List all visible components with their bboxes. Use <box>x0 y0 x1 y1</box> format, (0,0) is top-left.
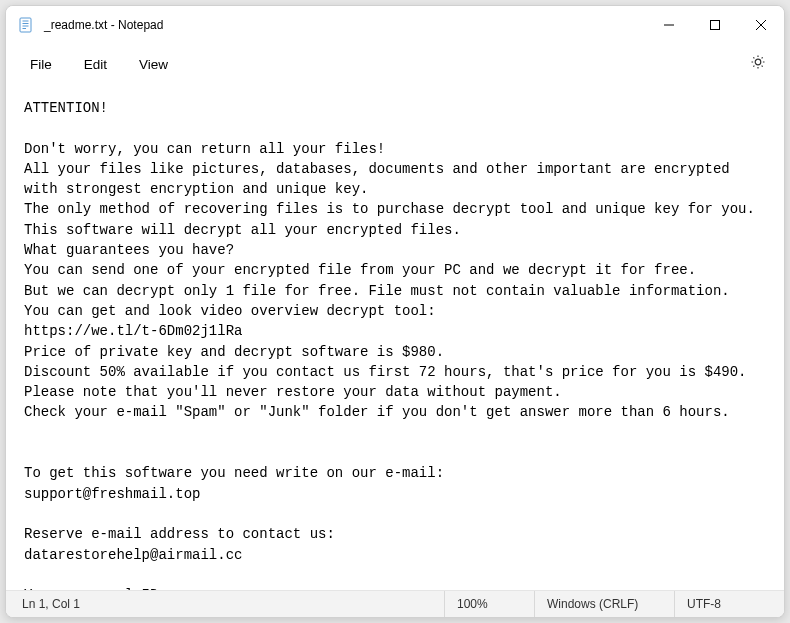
statusbar: Ln 1, Col 1 100% Windows (CRLF) UTF-8 <box>6 590 784 617</box>
maximize-button[interactable] <box>692 6 738 44</box>
status-zoom: 100% <box>444 591 534 617</box>
minimize-button[interactable] <box>646 6 692 44</box>
window-title: _readme.txt - Notepad <box>44 18 646 32</box>
minimize-icon <box>664 18 674 33</box>
svg-rect-6 <box>711 20 720 29</box>
notepad-window: _readme.txt - Notepad File Edit View <box>5 5 785 618</box>
window-controls <box>646 6 784 44</box>
maximize-icon <box>710 18 720 33</box>
titlebar[interactable]: _readme.txt - Notepad <box>6 6 784 44</box>
status-encoding: UTF-8 <box>674 591 784 617</box>
close-icon <box>756 18 766 33</box>
text-editor-area[interactable]: ATTENTION! Don't worry, you can return a… <box>6 84 784 590</box>
close-button[interactable] <box>738 6 784 44</box>
status-line-ending: Windows (CRLF) <box>534 591 674 617</box>
settings-button[interactable] <box>740 48 776 80</box>
gear-icon <box>750 56 766 73</box>
menu-view[interactable]: View <box>123 51 184 78</box>
svg-rect-0 <box>20 18 31 32</box>
menubar: File Edit View <box>6 44 784 84</box>
status-cursor-position: Ln 1, Col 1 <box>6 591 444 617</box>
notepad-icon <box>18 17 34 33</box>
menu-file[interactable]: File <box>14 51 68 78</box>
menu-edit[interactable]: Edit <box>68 51 123 78</box>
